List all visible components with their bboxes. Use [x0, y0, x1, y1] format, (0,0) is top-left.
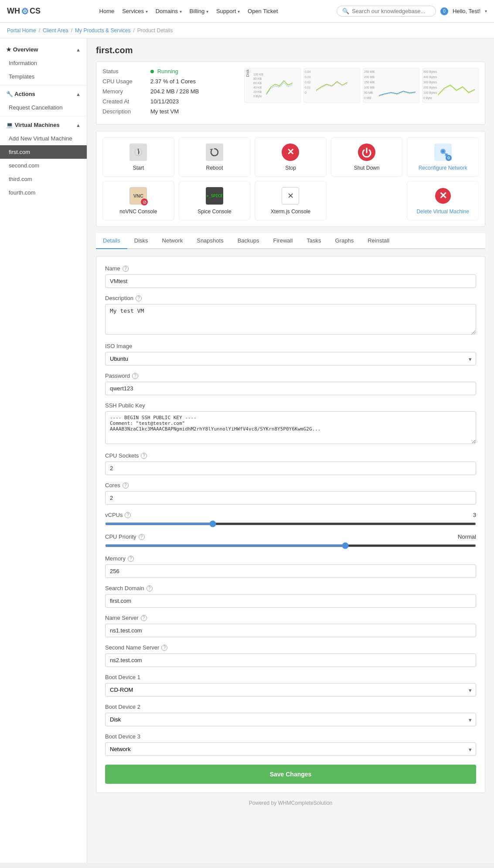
sidebar-overview-header[interactable]: ★ Overview ▲ — [0, 43, 87, 56]
cores-input[interactable] — [105, 491, 476, 505]
nameserver2-input[interactable] — [105, 653, 476, 667]
sidebar-item-add-vm[interactable]: Add New Virtual Machine — [0, 132, 87, 145]
sidebar-item-templates[interactable]: Templates — [0, 70, 87, 83]
form-group-ssh: SSH Public Key ---- BEGIN SSH PUBLIC KEY… — [105, 402, 476, 445]
svg-text:60 KB: 60 KB — [253, 82, 262, 85]
password-help-icon[interactable]: ? — [132, 373, 138, 379]
sidebar-item-first-com[interactable]: first.com — [0, 145, 87, 159]
password-input[interactable] — [105, 382, 476, 395]
form-group-password: Password ? — [105, 372, 476, 395]
cpu-sockets-input[interactable] — [105, 461, 476, 475]
user-dropdown-arrow[interactable]: ▾ — [485, 9, 487, 14]
form-group-boot3: Boot Device 3 CD-ROM Disk Network — [105, 733, 476, 756]
memory-input[interactable] — [105, 564, 476, 578]
delete-vm-button[interactable]: ✕ Delete Virtual Machine — [407, 181, 479, 220]
sidebar-actions-header[interactable]: 🔧 Actions ▲ — [0, 87, 87, 101]
cpu-sockets-help-icon[interactable]: ? — [141, 453, 147, 459]
cpu-chart-svg: 0.04 0.03 0.02 0.01 0 — [304, 68, 351, 99]
sidebar-item-information[interactable]: Information — [0, 56, 87, 70]
start-button[interactable]: Start — [102, 137, 174, 177]
sidebar-item-fourth-com[interactable]: fourth.com — [0, 186, 87, 199]
save-changes-button[interactable]: Save Changes — [105, 765, 476, 784]
iso-select-wrapper: Ubuntu Debian CentOS None — [105, 352, 476, 366]
reboot-button[interactable]: Reboot — [179, 137, 251, 177]
search-domain-input[interactable] — [105, 594, 476, 608]
tab-snapshots[interactable]: Snapshots — [190, 233, 230, 249]
nav-support[interactable]: Support ▾ — [216, 8, 240, 14]
svg-text:0 Byte: 0 Byte — [253, 95, 262, 98]
xterm-button[interactable]: ✕ Xterm.js Console — [255, 181, 327, 220]
breadcrumb-client[interactable]: Client Area — [43, 27, 68, 34]
cores-label: Cores ? — [105, 482, 476, 489]
nav-billing[interactable]: Billing ▾ — [190, 8, 208, 14]
password-label: Password ? — [105, 372, 476, 379]
description-textarea[interactable]: My test VM — [105, 304, 476, 335]
tab-details[interactable]: Details — [96, 233, 127, 249]
status-card: Status Running CPU Usage 2.37 % of 1 Cor… — [96, 62, 485, 125]
form-group-description: Description ? My test VM — [105, 295, 476, 336]
stop-button[interactable]: ✕ Stop — [255, 137, 327, 177]
boot1-select[interactable]: CD-ROM Disk Network — [105, 683, 476, 697]
shutdown-label: Shut Down — [354, 165, 380, 171]
tab-disks[interactable]: Disks — [127, 233, 155, 249]
boot2-label: Boot Device 2 — [105, 704, 476, 710]
iso-select[interactable]: Ubuntu Debian CentOS None — [105, 352, 476, 366]
breadcrumb-portal[interactable]: Portal Home — [7, 27, 36, 34]
tab-graphs[interactable]: Graphs — [328, 233, 361, 249]
breadcrumb-current: Product Details — [137, 27, 173, 34]
spice-button[interactable]: >_SPICE Spice Console — [179, 181, 251, 220]
sidebar-item-third-com[interactable]: third.com — [0, 172, 87, 186]
sidebar-item-second-com[interactable]: second.com — [0, 159, 87, 172]
status-row-memory: Memory 204.2 MB / 228 MB — [102, 88, 235, 95]
tab-firewall[interactable]: Firewall — [266, 233, 300, 249]
svg-text:0 MB: 0 MB — [364, 96, 371, 99]
sidebar-vms-header[interactable]: 💻 Virtual Machines ▲ — [0, 118, 87, 132]
search-domain-help-icon[interactable]: ? — [146, 585, 153, 591]
xterm-label: Xterm.js Console — [271, 208, 310, 215]
reconfig-network-button[interactable]: ⚙ Reconfigure Network — [407, 137, 479, 177]
tab-tasks[interactable]: Tasks — [300, 233, 328, 249]
tab-reinstall[interactable]: Reinstall — [361, 233, 396, 249]
cpu-priority-slider-row: CPU Priority ? Normal — [105, 533, 476, 540]
support-dropdown-arrow: ▾ — [238, 9, 240, 14]
tab-network[interactable]: Network — [155, 233, 190, 249]
cpu-priority-slider[interactable] — [105, 544, 476, 547]
vcpus-slider[interactable] — [105, 523, 476, 525]
network-chart: 500 Bytes 400 Bytes 300 Bytes 200 Bytes … — [422, 68, 479, 103]
description-help-icon[interactable]: ? — [136, 295, 142, 301]
nameserver-input[interactable] — [105, 624, 476, 637]
svg-text:0 Byte: 0 Byte — [423, 96, 432, 100]
name-input[interactable] — [105, 274, 476, 288]
svg-text:20 KB: 20 KB — [253, 90, 262, 93]
sidebar-item-cancel[interactable]: Request Cancellation — [0, 101, 87, 114]
ssh-textarea[interactable]: ---- BEGIN SSH PUBLIC KEY ---- Comment: … — [105, 411, 476, 444]
boot3-select[interactable]: CD-ROM Disk Network — [105, 742, 476, 756]
form-group-cpu-sockets: CPU Sockets ? — [105, 452, 476, 475]
nameserver2-help-icon[interactable]: ? — [161, 645, 167, 651]
breadcrumb-products[interactable]: My Products & Services — [75, 27, 130, 34]
svg-text:✕: ✕ — [439, 190, 447, 201]
breadcrumb-sep-3: / — [133, 27, 134, 34]
hello-user[interactable]: Hello, Test! — [453, 8, 480, 14]
form-group-cpu-priority: CPU Priority ? Normal — [105, 533, 476, 548]
memory-help-icon[interactable]: ? — [128, 556, 134, 562]
cpu-priority-help-icon[interactable]: ? — [139, 534, 145, 540]
nav-open-ticket[interactable]: Open Ticket — [248, 8, 278, 14]
nameserver-help-icon[interactable]: ? — [141, 615, 147, 621]
boot2-select[interactable]: CD-ROM Disk Network — [105, 713, 476, 726]
shutdown-button[interactable]: Shut Down — [331, 137, 403, 177]
name-help-icon[interactable]: ? — [123, 266, 129, 272]
tab-backups[interactable]: Backups — [231, 233, 266, 249]
cores-help-icon[interactable]: ? — [123, 482, 129, 489]
nav-home[interactable]: Home — [99, 8, 115, 14]
nav-services[interactable]: Services ▾ — [122, 8, 147, 14]
nav-domains[interactable]: Domains ▾ — [156, 8, 182, 14]
vcpus-help-icon[interactable]: ? — [125, 512, 131, 518]
novnc-button[interactable]: VNC ⊘ noVNC Console — [102, 181, 174, 220]
notification-badge[interactable]: 0 — [440, 7, 448, 15]
search-input[interactable] — [352, 8, 430, 14]
iso-label: ISO Image — [105, 343, 476, 349]
search-domain-label: Search Domain ? — [105, 585, 476, 591]
empty-action — [331, 181, 403, 220]
breadcrumb-sep-1: / — [39, 27, 40, 34]
